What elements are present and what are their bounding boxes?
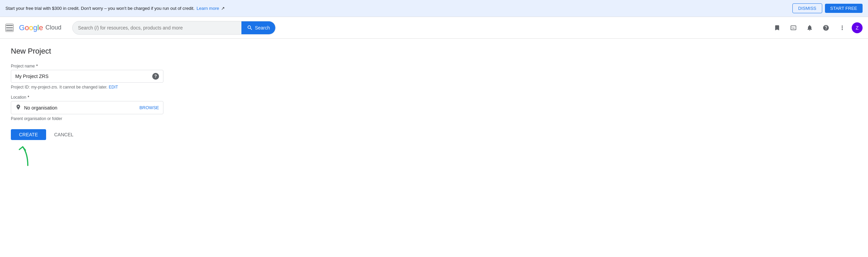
form-actions: CREATE CANCEL (11, 129, 163, 140)
project-name-label: Project name * (11, 64, 163, 68)
banner-text: Start your free trial with $300 in credi… (5, 6, 225, 11)
arrow-annotation (11, 140, 45, 167)
external-link-icon: ↗ (221, 6, 225, 11)
annotation-arrow-svg (11, 140, 45, 167)
start-free-button[interactable]: START FREE (825, 4, 863, 13)
search-icon (247, 25, 253, 31)
organisation-icon (15, 104, 21, 111)
project-id-suffix: It cannot be changed later. (59, 85, 107, 90)
terminal-icon (790, 24, 797, 31)
search-button-label: Search (255, 25, 270, 31)
project-id-value: my-project-zrs. (31, 85, 58, 90)
project-name-input[interactable] (15, 74, 150, 79)
parent-hint: Parent organisation or folder (11, 116, 163, 121)
banner-actions: DISMISS START FREE (792, 3, 863, 13)
logo-cloud-text: Cloud (45, 24, 61, 31)
browse-button[interactable]: BROWSE (139, 105, 159, 110)
dismiss-button[interactable]: DISMISS (792, 3, 822, 13)
project-id-prefix: Project ID: (11, 85, 30, 90)
logo-google-text: Google (19, 23, 43, 32)
cloud-shell-button[interactable] (787, 21, 800, 35)
page-title: New Project (11, 47, 857, 56)
google-cloud-logo[interactable]: Google Cloud (19, 23, 61, 32)
bookmark-icon (774, 24, 781, 31)
new-project-form: Project name * ? Project ID: my-project-… (11, 64, 163, 167)
project-name-help-icon[interactable]: ? (152, 73, 159, 80)
project-name-field-group: Project name * ? Project ID: my-project-… (11, 64, 163, 90)
cancel-button[interactable]: CANCEL (49, 129, 79, 140)
avatar[interactable]: Z (852, 22, 863, 33)
location-wrapper: No organisation BROWSE (11, 101, 163, 114)
project-id-line: Project ID: my-project-zrs. It cannot be… (11, 85, 163, 90)
location-value: No organisation (24, 105, 139, 111)
location-field-group: Location * No organisation BROWSE Parent… (11, 95, 163, 121)
more-vert-icon (839, 24, 846, 31)
search-bar: Search (72, 21, 276, 35)
location-required-marker: * (27, 95, 29, 100)
help-icon (823, 24, 829, 31)
search-input[interactable] (73, 25, 241, 31)
header-actions: Z (770, 21, 863, 35)
project-name-input-wrapper: ? (11, 70, 163, 83)
learn-more-link[interactable]: Learn more (197, 6, 219, 11)
header: Google Cloud Search (0, 17, 868, 39)
bell-icon (806, 24, 813, 31)
notifications-button[interactable] (803, 21, 816, 35)
create-button[interactable]: CREATE (11, 129, 46, 140)
location-label: Location * (11, 95, 163, 100)
trial-banner: Start your free trial with $300 in credi… (0, 0, 868, 17)
banner-message: Start your free trial with $300 in credi… (5, 6, 195, 11)
more-options-button[interactable] (835, 21, 849, 35)
help-button[interactable] (819, 21, 833, 35)
main-content: New Project Project name * ? Project ID:… (0, 39, 868, 175)
hamburger-menu-button[interactable] (5, 24, 14, 32)
edit-project-id-link[interactable]: EDIT (109, 85, 118, 90)
bookmarks-button[interactable] (770, 21, 784, 35)
search-button[interactable]: Search (241, 21, 275, 35)
required-marker: * (36, 64, 38, 68)
